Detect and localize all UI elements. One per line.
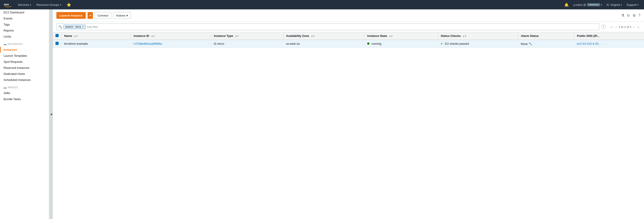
support-menu[interactable]: Support ▾ xyxy=(624,2,640,7)
sidebar-item-ec2-dashboard[interactable]: EC2 Dashboard xyxy=(0,9,49,15)
region-caret: ▾ xyxy=(621,3,622,6)
launch-dropdown-caret: ▾ xyxy=(90,14,91,17)
row-name: terraform-example xyxy=(62,40,131,48)
toolbar: Launch Instance ▾ Connect Actions ▾ ⚗ ↻ … xyxy=(53,9,644,22)
search-bar: 🔍 search : terra ✕ Add filter ? |◂ ◂ 1 t… xyxy=(53,22,644,32)
table-container: Name ▲▾ Instance ID ▲▾ Instance Type ▲▾ xyxy=(53,32,644,219)
sidebar-item-reserved-instances[interactable]: Reserved Instances xyxy=(0,65,49,71)
connect-button[interactable]: Connect xyxy=(95,12,111,19)
pagination-next[interactable]: ▸ xyxy=(633,25,636,29)
row-checkbox-cell[interactable] xyxy=(53,40,62,48)
sidebar-item-limits[interactable]: Limits xyxy=(0,33,49,39)
check-circle-icon: ✔ xyxy=(440,42,443,45)
row-public-dns: ec2-54-224-4-20... xyxy=(574,40,644,48)
search-magnifier-icon: 🔍 xyxy=(58,25,62,29)
row-instance-type: t2.micro xyxy=(211,40,283,48)
sidebar: EC2 Dashboard Events Tags Reports Limits… xyxy=(0,9,49,219)
app-layout: EC2 Dashboard Events Tags Reports Limits… xyxy=(0,9,644,219)
user-caret: ▾ xyxy=(601,3,602,6)
region-menu[interactable]: N. Virginia ▾ xyxy=(605,2,624,7)
col-header-name[interactable]: Name ▲▾ xyxy=(62,32,131,40)
select-all-checkbox[interactable] xyxy=(56,34,59,37)
toolbar-icons: ⚗ ↻ ⚙ ? xyxy=(621,13,640,18)
row-alarm-status: None 🔧 xyxy=(518,40,574,48)
sidebar-collapse-arrow[interactable]: ◀ xyxy=(49,9,53,219)
sidebar-item-scheduled-instances[interactable]: Scheduled Instances xyxy=(0,77,49,83)
sidebar-item-amis[interactable]: AMIs xyxy=(0,90,49,96)
col-header-instance-id[interactable]: Instance ID ▲▾ xyxy=(131,32,211,40)
user-menu[interactable]: y.naimi @ •••••••••••• ▾ xyxy=(572,2,604,7)
col-header-availability-zone[interactable]: Availability Zone ▲▾ xyxy=(283,32,364,40)
sidebar-item-launch-templates[interactable]: Launch Templates xyxy=(0,53,49,59)
name-sort-icon: ▲▾ xyxy=(74,35,78,37)
support-caret: ▾ xyxy=(638,3,639,6)
pagination-label: 1 to 1 of 1 xyxy=(618,25,632,29)
row-instance-id[interactable]: i-07d8ed9e2aa89fd9a xyxy=(131,40,211,48)
table-row[interactable]: terraform-example i-07d8ed9e2aa89fd9a t2… xyxy=(53,40,644,48)
row-checkbox[interactable] xyxy=(56,42,59,45)
settings-icon[interactable]: ⚙ xyxy=(632,13,636,18)
lab-icon[interactable]: ⚗ xyxy=(621,13,624,18)
images-section-label: ▬ IMAGES xyxy=(0,83,49,90)
resource-groups-caret: ▾ xyxy=(60,3,61,6)
aws-logo[interactable]: aws xyxy=(4,2,12,7)
pagination-prev[interactable]: ◂ xyxy=(614,25,617,29)
services-menu[interactable]: Services ▾ xyxy=(16,2,33,7)
favorites-icon[interactable]: ⭐ xyxy=(65,2,73,8)
col-header-public-dns[interactable]: Public DNS (IP... xyxy=(574,32,644,40)
launch-instance-dropdown[interactable]: ▾ xyxy=(88,12,93,19)
resource-groups-menu[interactable]: Resource Groups ▾ xyxy=(35,2,63,7)
state-dot xyxy=(367,42,370,45)
col-header-instance-state[interactable]: Instance State ▲▾ xyxy=(364,32,438,40)
add-filter-label[interactable]: Add filter xyxy=(87,25,98,29)
search-input-container[interactable]: 🔍 search : terra ✕ Add filter xyxy=(56,23,599,30)
instance-id-sort-icon: ▲▾ xyxy=(151,35,154,37)
search-tag-remove[interactable]: ✕ xyxy=(82,25,84,28)
search-tag: search : terra ✕ xyxy=(64,25,86,29)
search-help-button[interactable]: ? xyxy=(601,24,606,29)
actions-caret: ▾ xyxy=(126,14,128,17)
sidebar-item-reports[interactable]: Reports xyxy=(0,27,49,33)
images-collapse-icon[interactable]: ▬ xyxy=(4,86,7,89)
instances-section-label: ▬ INSTANCES xyxy=(0,39,49,47)
main-content: Launch Instance ▾ Connect Actions ▾ ⚗ ↻ … xyxy=(53,9,644,219)
col-header-instance-type[interactable]: Instance Type ▲▾ xyxy=(211,32,283,40)
status-checks-sort-icon: ▲▾ xyxy=(462,35,466,37)
col-header-alarm-status[interactable]: Alarm Status xyxy=(518,32,574,40)
row-instance-state: running xyxy=(364,40,438,48)
sidebar-item-events[interactable]: Events xyxy=(0,15,49,21)
sidebar-item-bundle-tasks[interactable]: Bundle Tasks xyxy=(0,96,49,102)
instance-type-sort-icon: ▲▾ xyxy=(235,35,238,37)
launch-instance-button[interactable]: Launch Instance xyxy=(56,12,86,19)
pagination: |◂ ◂ 1 to 1 of 1 ▸ ▸| xyxy=(610,25,640,29)
top-navigation: aws Services ▾ Resource Groups ▾ ⭐ 🔔 y.n… xyxy=(0,0,644,9)
help-icon[interactable]: ? xyxy=(638,13,640,17)
state-sort-icon: ▲▾ xyxy=(389,35,392,37)
table-header-row: Name ▲▾ Instance ID ▲▾ Instance Type ▲▾ xyxy=(53,32,644,40)
instances-collapse-icon[interactable]: ▬ xyxy=(4,42,7,46)
sidebar-item-tags[interactable]: Tags xyxy=(0,21,49,27)
sidebar-item-instances[interactable]: Instances xyxy=(0,47,49,53)
refresh-icon[interactable]: ↻ xyxy=(627,13,630,18)
az-sort-icon: ▲▾ xyxy=(311,35,314,37)
nav-right: 🔔 y.naimi @ •••••••••••• ▾ N. Virginia ▾… xyxy=(562,2,640,8)
notifications-icon[interactable]: 🔔 xyxy=(562,2,570,8)
wrench-icon: 🔧 xyxy=(528,42,532,46)
col-header-status-checks[interactable]: Status Checks ▲▾ xyxy=(438,32,518,40)
actions-button[interactable]: Actions ▾ xyxy=(113,12,131,19)
row-status-checks: ✔ 2/2 checks passed xyxy=(438,40,518,48)
sidebar-item-dedicated-hosts[interactable]: Dedicated Hosts xyxy=(0,71,49,77)
sidebar-item-spot-requests[interactable]: Spot Requests xyxy=(0,59,49,65)
table-header-checkbox[interactable] xyxy=(53,32,62,40)
svg-text:aws: aws xyxy=(4,3,9,6)
pagination-last[interactable]: ▸| xyxy=(637,25,640,29)
services-caret: ▾ xyxy=(30,3,31,6)
row-availability-zone: us-east-1a xyxy=(283,40,364,48)
instances-table: Name ▲▾ Instance ID ▲▾ Instance Type ▲▾ xyxy=(53,32,644,48)
pagination-first[interactable]: |◂ xyxy=(610,25,613,29)
